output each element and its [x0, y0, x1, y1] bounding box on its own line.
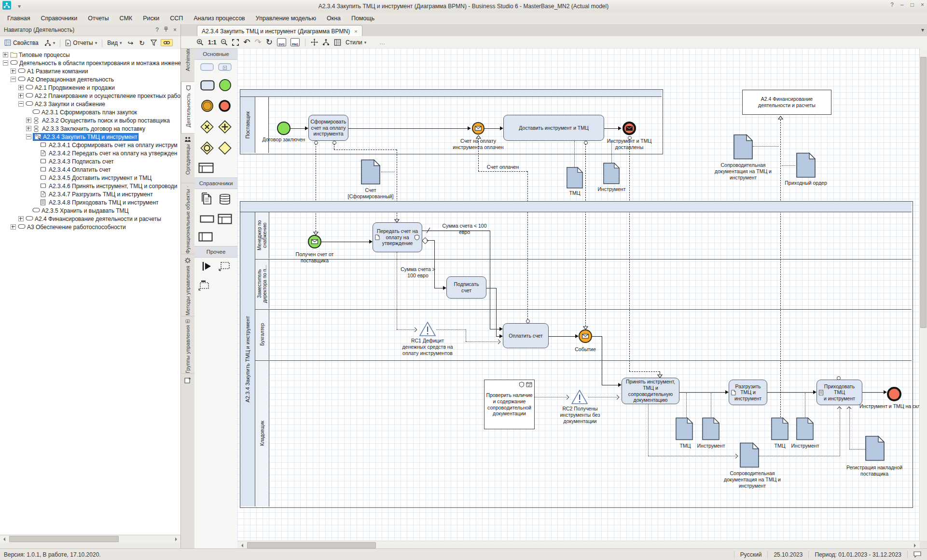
maximize-button[interactable]: □: [911, 1, 914, 8]
event-invoice-paid[interactable]: [472, 122, 484, 135]
view-button[interactable]: Вид▾: [105, 39, 124, 47]
refresh-icon[interactable]: ↻: [137, 39, 147, 47]
go-to-icon[interactable]: ↪: [126, 39, 136, 47]
collapse-icon[interactable]: [11, 77, 16, 82]
palette-pool-shape[interactable]: [198, 163, 214, 175]
tab-list-dropdown-icon[interactable]: ▾: [921, 27, 924, 33]
tab-orgedinitsy[interactable]: Оргединицы: [181, 134, 194, 183]
window-close-button[interactable]: ×: [921, 1, 924, 8]
status-date[interactable]: 25.10.2023: [767, 551, 808, 558]
navigator-close-button[interactable]: ×: [173, 27, 177, 33]
palette-object-shape[interactable]: [200, 215, 214, 224]
palette-intermediate-event-shape[interactable]: [201, 99, 214, 114]
risk-rc1-icon[interactable]: [419, 321, 436, 337]
link-icon[interactable]: [161, 39, 173, 46]
minimize-button[interactable]: –: [900, 1, 904, 8]
external-process-a24[interactable]: A2.4 Финансирование деятельности и расче…: [742, 90, 831, 115]
filter-icon[interactable]: [149, 39, 159, 47]
palette-annotation-shape[interactable]: [218, 261, 231, 273]
lane-storekeeper-strip[interactable]: Кладовщик: [255, 360, 269, 506]
tree-item[interactable]: А2.3.4.1 Сформировать счет на оплату инс…: [0, 141, 180, 149]
help-button[interactable]: ?: [890, 1, 894, 8]
comment-bubble-icon[interactable]: [907, 551, 927, 558]
zoom-out-button[interactable]: [221, 39, 228, 46]
tree-layout-button[interactable]: [322, 39, 330, 46]
tree-item-selected[interactable]: А2.3.4 Закупить ТМЦ и инструмент: [0, 133, 180, 141]
reports-button[interactable]: Отчеты▾: [63, 39, 99, 47]
document-tmc[interactable]: [771, 417, 789, 440]
status-period[interactable]: Период: 01.01.2023 - 31.12.2023: [808, 551, 907, 558]
lane-deputy-strip[interactable]: Заместитель директора по п...: [255, 259, 269, 309]
menu-otchety[interactable]: Отчеты: [83, 14, 114, 23]
tree-item[interactable]: А3 Обеспечение работоспособности: [0, 223, 180, 231]
styles-button[interactable]: Стили▾: [346, 39, 366, 46]
document-docs[interactable]: [740, 442, 759, 468]
properties-list-button[interactable]: [334, 39, 341, 46]
expander-icon[interactable]: [26, 126, 31, 131]
palette-task-shape[interactable]: [200, 80, 215, 92]
task-form-invoice[interactable]: Сформировать счет на оплату инструмента: [308, 115, 348, 141]
pin-icon[interactable]: [164, 27, 168, 33]
auto-layout-button[interactable]: [311, 39, 318, 46]
properties-button[interactable]: Свойства: [2, 39, 41, 47]
menu-riski[interactable]: Риски: [138, 14, 165, 23]
menu-pomosch[interactable]: Помощь: [346, 14, 380, 23]
palette-exclusive-gateway-shape[interactable]: [200, 120, 214, 135]
expander-icon[interactable]: [18, 216, 24, 221]
tree-item[interactable]: А2.3.5 Хранить и выдавать ТМЦ: [0, 206, 180, 215]
document-tmc[interactable]: [567, 167, 583, 189]
undo-button[interactable]: ↶: [243, 39, 250, 46]
event-sobytie[interactable]: [579, 329, 592, 343]
tab-close-icon[interactable]: ×: [354, 28, 357, 34]
tree-item[interactable]: А2.2 Планирование и осуществление проект…: [0, 92, 180, 100]
redo-button[interactable]: ↷: [255, 39, 262, 46]
lane-accountant-strip[interactable]: Бухгалтер: [255, 309, 269, 360]
navigator-horizontal-scrollbar[interactable]: [0, 535, 180, 543]
scrollbar-thumb[interactable]: [9, 536, 119, 542]
task-transfer-invoice[interactable]: Передать счет на оплату на утверждение: [373, 222, 422, 252]
expander-icon[interactable]: [18, 85, 24, 90]
tab-metody[interactable]: Методы управления: [181, 254, 194, 316]
tree-item[interactable]: Типовые процессы: [0, 51, 180, 59]
tab-deyatelnost[interactable]: Деятельность: [181, 82, 195, 134]
scrollbar-thumb[interactable]: [920, 57, 927, 328]
document-tmc[interactable]: [676, 417, 693, 440]
task-stock[interactable]: Приходовать ТМЦ и инструмент: [816, 380, 862, 405]
tree-item[interactable]: А2.4 Финансирование деятельности и расче…: [0, 215, 180, 223]
risk-rc2-icon[interactable]: [571, 389, 588, 405]
end-event-stocked[interactable]: [887, 387, 901, 401]
navigator-help-button[interactable]: ?: [155, 27, 159, 33]
pool-supplier-label-strip[interactable]: Поставщик: [240, 97, 255, 153]
toolbar-overflow-button[interactable]: …: [379, 39, 385, 46]
palette-end-event-shape[interactable]: [218, 99, 231, 114]
scroll-right-icon[interactable]: [175, 537, 179, 541]
export-png-button[interactable]: PNG: [291, 38, 300, 46]
palette-documents-shape[interactable]: [201, 192, 213, 207]
event-invoice-received[interactable]: [308, 235, 321, 248]
menu-analiz[interactable]: Анализ процессов: [188, 14, 250, 23]
canvas-vertical-scrollbar[interactable]: [919, 48, 927, 541]
tab-gruppy[interactable]: Группы управления: [181, 316, 194, 374]
document-order[interactable]: [796, 152, 816, 178]
document-tool[interactable]: [702, 417, 719, 440]
tree-item[interactable]: А2.3.4.8 Приходовать ТМЦ и инструмент: [0, 198, 180, 206]
scroll-right-icon[interactable]: [914, 544, 918, 547]
hierarchy-button[interactable]: ▾: [42, 39, 57, 47]
menu-ssp[interactable]: ССП: [165, 14, 188, 23]
palette-collapsed-subprocess-shape[interactable]: [218, 63, 232, 72]
tree-item[interactable]: А2.3.1 Сформировать план закупок: [0, 108, 180, 116]
tree-item[interactable]: А2.3.4.2 Передать счет на оплату на утве…: [0, 149, 180, 157]
palette-inclusive-gateway-shape[interactable]: [200, 141, 214, 156]
palette-gateway-shape[interactable]: [218, 141, 232, 156]
tree-item[interactable]: А2.3.4.7 Разгрузить ТМЦ и инструмент: [0, 190, 180, 198]
diagram-canvas[interactable]: Поставщик Договор заключен Сформировать …: [237, 48, 920, 541]
document-tool[interactable]: [603, 163, 620, 184]
export-svg-button[interactable]: SVG: [277, 38, 286, 46]
menu-upravlenie[interactable]: Управление моделью: [250, 14, 321, 23]
task-sign-invoice[interactable]: Подписать счет: [446, 276, 486, 299]
scrollbar-thumb[interactable]: [247, 542, 376, 548]
pool-main[interactable]: [240, 201, 913, 508]
tab-new-diagram[interactable]: [181, 374, 194, 391]
palette-database-shape[interactable]: [219, 192, 231, 207]
scroll-left-icon[interactable]: [1, 537, 5, 541]
